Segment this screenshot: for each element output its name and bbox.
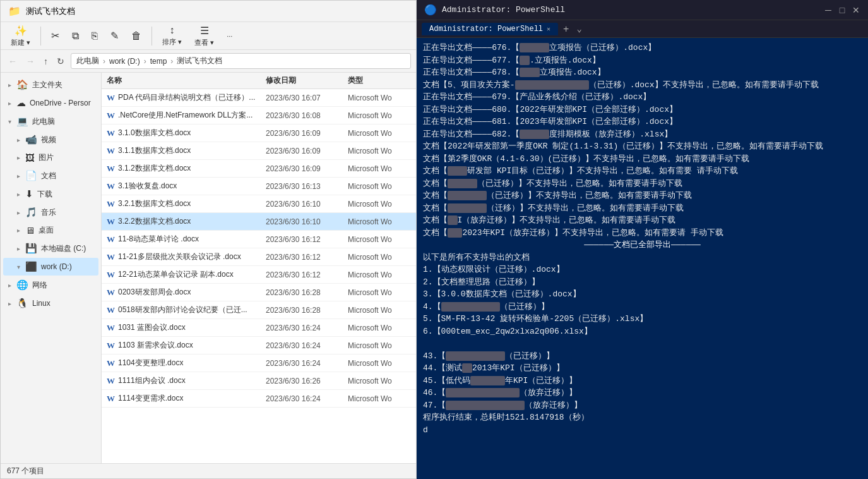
ps-maximize-button[interactable]: □ xyxy=(838,6,847,15)
ps-line: 45.【低代码███████年KPI（已迁移）】 xyxy=(423,375,862,387)
sidebar-item-此电脑[interactable]: ▾💻此电脑 xyxy=(3,112,98,130)
address-path[interactable]: 此电脑 › work (D:) › temp › 测试飞书文档 xyxy=(71,53,411,69)
col-name: 名称 xyxy=(107,75,266,86)
sidebar-item-文档[interactable]: ▸📄文档 xyxy=(3,167,98,185)
file-row[interactable]: W3.2.2数据库文档.docx2023/6/30 16:10Microsoft… xyxy=(102,213,416,231)
ps-add-tab-button[interactable]: + xyxy=(561,23,571,35)
file-type-icon: W xyxy=(107,164,115,174)
expand-arrow-icon: ▸ xyxy=(8,82,11,88)
file-row[interactable]: W1031 蓝图会议.docx2023/6/30 16:24Microsoft … xyxy=(102,319,416,337)
file-row[interactable]: W1111组内会议 .docx2023/6/30 16:26Microsoft … xyxy=(102,372,416,390)
file-name: 3.1.2数据库文档.docx xyxy=(118,163,191,174)
file-row[interactable]: W11-21多层级批次关联会议记录 .docx2023/6/30 16:12Mi… xyxy=(102,248,416,266)
file-name: 1104变更整理.docx xyxy=(118,358,183,368)
file-row[interactable]: W1103 新需求会议.docx2023/6/30 16:24Microsoft… xyxy=(102,337,416,355)
file-row[interactable]: W1104变更整理.docx2023/6/30 16:24Microsoft W… xyxy=(102,355,416,372)
file-row[interactable]: W3.2.1数据库文档.docx2023/6/30 16:10Microsoft… xyxy=(102,195,416,213)
cut-button[interactable]: ✂ xyxy=(46,27,64,44)
path-part-4: 测试飞书文档 xyxy=(177,56,222,66)
sidebar-item-图片[interactable]: ▸🖼图片 xyxy=(3,149,98,166)
up-button[interactable]: ↑ xyxy=(41,55,51,68)
file-date: 2023/6/30 16:07 xyxy=(266,94,348,102)
file-list: 名称 修改日期 类型 WPDA 代码目录结构说明文档（已迁移）...2023/6… xyxy=(102,73,416,463)
file-row[interactable]: W0518研发部内部讨论会议纪要（已迁...2023/6/30 16:28Mic… xyxy=(102,301,416,319)
ps-close-button[interactable]: ✕ xyxy=(852,6,860,15)
path-part-3: temp xyxy=(150,57,167,66)
sidebar-item-icon: 📄 xyxy=(25,170,37,181)
file-rows-container: WPDA 代码目录结构说明文档（已迁移）...2023/6/30 16:07Mi… xyxy=(102,89,416,408)
file-name: 3.2.2数据库文档.docx xyxy=(118,216,191,227)
delete-button[interactable]: 🗑 xyxy=(126,28,146,44)
file-row[interactable]: W12-21动态菜单会议记录 副本.docx2023/6/30 16:12Mic… xyxy=(102,266,416,284)
sidebar-item-下载[interactable]: ▸⬇下载 xyxy=(3,185,98,203)
ps-line: 2.【文档整理思路（已迁移）】 xyxy=(423,276,862,289)
sidebar-item-桌面[interactable]: ▸🖥桌面 xyxy=(3,222,98,239)
file-row[interactable]: W0203研发部周会.docx2023/6/30 16:28Microsoft … xyxy=(102,284,416,301)
ps-tab-1-close[interactable]: ✕ xyxy=(547,25,550,33)
sidebar-item-音乐[interactable]: ▸🎵音乐 xyxy=(3,203,98,221)
file-row[interactable]: W11-8动态菜单讨论 .docx2023/6/30 16:12Microsof… xyxy=(102,231,416,248)
file-row[interactable]: W.NetCore使用.NetFramework DLL方案...2023/6/… xyxy=(102,107,416,124)
ps-tab-chevron[interactable]: ⌄ xyxy=(574,23,584,34)
refresh-button[interactable]: ↻ xyxy=(54,55,67,68)
file-row[interactable]: W3.1.1数据库文档.docx2023/6/30 16:09Microsoft… xyxy=(102,142,416,160)
file-row[interactable]: W1114变更需求.docx2023/6/30 16:24Microsoft W… xyxy=(102,390,416,408)
sidebar-item-Linux[interactable]: ▸🐧Linux xyxy=(3,294,98,312)
paste-button[interactable]: ⎘ xyxy=(86,28,103,44)
file-row[interactable]: WPDA 代码目录结构说明文档（已迁移）...2023/6/30 16:07Mi… xyxy=(102,89,416,107)
toolbar-separator-1 xyxy=(40,27,41,45)
file-date: 2023/6/30 16:10 xyxy=(266,217,348,226)
sidebar-item-主文件夹[interactable]: ▸🏠主文件夹 xyxy=(3,76,98,94)
file-name: 11-8动态菜单讨论 .docx xyxy=(118,234,199,245)
rename-icon: ✎ xyxy=(110,30,119,42)
rename-button[interactable]: ✎ xyxy=(105,27,124,44)
more-button[interactable]: ··· xyxy=(222,30,237,42)
view-button[interactable]: ☰ 查看 ▾ xyxy=(189,22,219,50)
ps-content[interactable]: 正在导出文档————676.【██████立项报告（已迁移）.docx】正在导出… xyxy=(417,38,868,479)
file-type: Microsoft Wo xyxy=(348,111,411,120)
sort-button[interactable]: ↕ 排序 ▾ xyxy=(157,22,187,49)
sidebar-item-icon: 💻 xyxy=(16,116,28,127)
file-date: 2023/6/30 16:12 xyxy=(266,270,348,279)
sidebar-item-label: 图片 xyxy=(39,152,54,163)
file-type: Microsoft Wo xyxy=(348,377,411,385)
file-type: Microsoft Wo xyxy=(348,235,411,244)
toolbar-separator-2 xyxy=(152,27,152,45)
new-icon: ✨ xyxy=(15,25,27,37)
file-type: Microsoft Wo xyxy=(348,394,411,403)
ps-line: 文档【████研发部 KPI目标（已迁移）】不支持导出，已忽略。如有需要 请手动… xyxy=(423,165,862,178)
file-type-icon: W xyxy=(107,252,115,262)
file-type: Microsoft Wo xyxy=(348,324,411,332)
file-type-icon: W xyxy=(107,181,115,191)
file-row[interactable]: W3.1.2数据库文档.docx2023/6/30 16:09Microsoft… xyxy=(102,160,416,178)
sidebar-item-OneDrive---Persor[interactable]: ▸☁OneDrive - Persor xyxy=(3,94,98,112)
file-type: Microsoft Wo xyxy=(348,94,411,102)
ps-line: 5.【SM-FR-13-42 旋转环检验单-2205（已迁移）.xlsx】 xyxy=(423,313,862,325)
sidebar-item-label: OneDrive - Persor xyxy=(30,99,91,107)
sidebar-item-icon: 💾 xyxy=(25,243,37,254)
file-row[interactable]: W3.1验收复盘.docx2023/6/30 16:13Microsoft Wo xyxy=(102,178,416,195)
ps-line: d xyxy=(423,424,862,437)
file-name: 3.1.1数据库文档.docx xyxy=(118,145,191,156)
sidebar-item-icon: ☁ xyxy=(16,97,26,109)
ps-window-icon: 🔵 xyxy=(424,4,437,16)
ps-minimize-button[interactable]: ─ xyxy=(824,6,833,15)
sidebar-item-label: 主文件夹 xyxy=(32,80,62,90)
ps-tab-1[interactable]: Administrator: PowerShell ✕ xyxy=(422,23,558,35)
file-date: 2023/6/30 16:24 xyxy=(266,324,348,332)
view-icon: ☰ xyxy=(200,25,209,37)
sidebar-item-label: work (D:) xyxy=(41,262,72,271)
ps-line: 1.【动态权限设计（已迁移）.docx】 xyxy=(423,264,862,276)
sidebar-item-网络[interactable]: ▸🌐网络 xyxy=(3,276,98,294)
sidebar-item-work-(D:)[interactable]: ▾⬛work (D:) xyxy=(3,258,98,276)
file-name: PDA 代码目录结构说明文档（已迁移）... xyxy=(118,92,255,103)
sidebar-item-本地磁盘-(C:)[interactable]: ▸💾本地磁盘 (C:) xyxy=(3,240,98,257)
file-row[interactable]: W3.1.0数据库文档.docx2023/6/30 16:09Microsoft… xyxy=(102,124,416,142)
back-button[interactable]: ← xyxy=(6,55,20,68)
sidebar-item-视频[interactable]: ▸📹视频 xyxy=(3,131,98,149)
forward-button[interactable]: → xyxy=(23,55,37,68)
file-type-icon: W xyxy=(107,234,115,245)
path-part-1: 此电脑 xyxy=(76,56,99,66)
copy-button[interactable]: ⧉ xyxy=(67,28,84,44)
new-button[interactable]: ✨ 新建 ▾ xyxy=(6,22,35,50)
